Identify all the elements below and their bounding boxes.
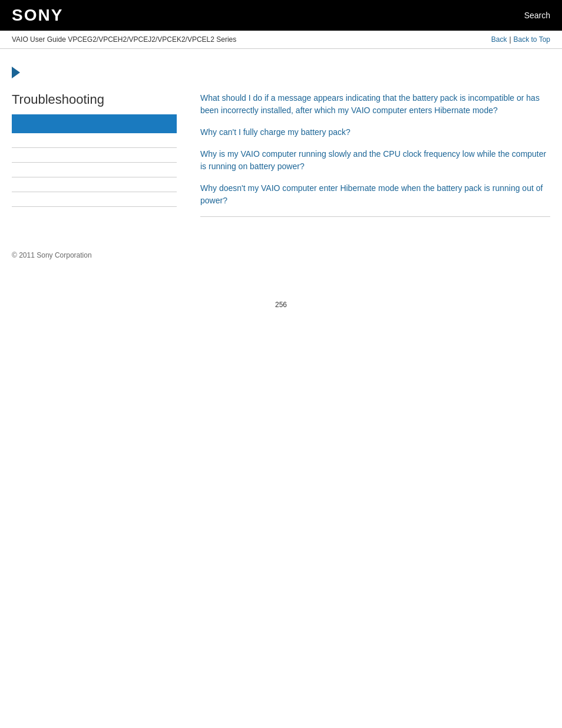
search-button[interactable]: Search bbox=[524, 11, 550, 20]
sidebar: Troubleshooting bbox=[12, 92, 189, 222]
page-number: 256 bbox=[0, 301, 562, 321]
back-to-top-link[interactable]: Back to Top bbox=[514, 35, 550, 44]
chevron-right-icon bbox=[12, 67, 20, 78]
active-sidebar-item[interactable] bbox=[12, 114, 177, 133]
sony-logo: SONY bbox=[12, 6, 63, 25]
content-area: What should I do if a message appears in… bbox=[200, 92, 550, 222]
page-number-label: 256 bbox=[275, 301, 287, 309]
main-content: Troubleshooting What should I do if a me… bbox=[0, 49, 562, 233]
content-link-1[interactable]: What should I do if a message appears in… bbox=[200, 92, 550, 117]
copyright: © 2011 Sony Corporation bbox=[12, 251, 92, 259]
sidebar-item-3[interactable] bbox=[12, 172, 177, 177]
sidebar-item-5[interactable] bbox=[12, 202, 177, 207]
content-link-2[interactable]: Why can't I fully charge my battery pack… bbox=[200, 126, 550, 139]
two-column-layout: Troubleshooting What should I do if a me… bbox=[12, 92, 550, 222]
footer: © 2011 Sony Corporation bbox=[0, 233, 562, 277]
header: SONY Search bbox=[0, 0, 562, 31]
sidebar-item-2[interactable] bbox=[12, 157, 177, 163]
nav-separator: | bbox=[509, 35, 511, 44]
content-divider bbox=[200, 216, 550, 217]
section-title: Troubleshooting bbox=[12, 92, 189, 107]
arrow-section bbox=[12, 67, 550, 80]
sidebar-item-1[interactable] bbox=[12, 143, 177, 148]
breadcrumb: VAIO User Guide VPCEG2/VPCEH2/VPCEJ2/VPC… bbox=[12, 35, 236, 44]
navbar: VAIO User Guide VPCEG2/VPCEH2/VPCEJ2/VPC… bbox=[0, 31, 562, 49]
content-link-3[interactable]: Why is my VAIO computer running slowly a… bbox=[200, 148, 550, 173]
content-link-4[interactable]: Why doesn't my VAIO computer enter Hiber… bbox=[200, 182, 550, 207]
nav-links: Back | Back to Top bbox=[491, 35, 550, 44]
sidebar-item-4[interactable] bbox=[12, 187, 177, 192]
back-link[interactable]: Back bbox=[491, 35, 507, 44]
